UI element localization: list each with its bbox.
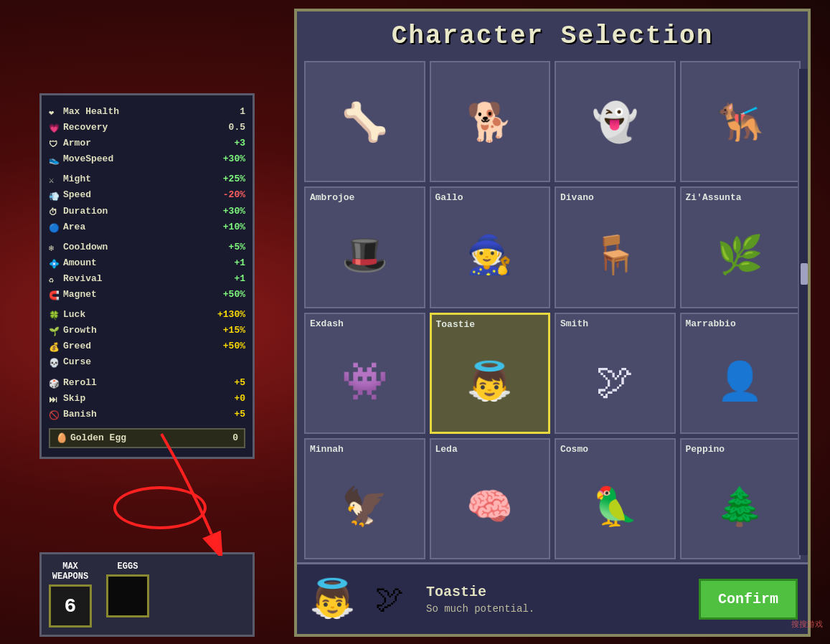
magnet-icon: 🧲 <box>49 289 60 300</box>
char-sprite-cosmo: 🦜 <box>559 458 671 558</box>
char-sprite-leda: 🧠 <box>434 458 547 558</box>
char-card-cosmo[interactable]: Cosmo 🦜 <box>555 438 676 559</box>
growth-icon: 🌱 <box>49 325 60 336</box>
golden-egg-value: 0 <box>232 432 238 443</box>
char-name-ziassunta: Zi'Assunta <box>684 191 743 206</box>
char-card-minnah[interactable]: Minnah 🦅 <box>304 438 425 559</box>
info-sprite-secondary: 🕊 <box>364 574 415 625</box>
char-name-gallo: Gallo <box>434 191 465 206</box>
armor-icon: 🛡 <box>49 138 60 149</box>
stat-revival: ♻Revival +1 <box>49 271 245 287</box>
reroll-icon: 🎲 <box>49 377 60 389</box>
stat-skip: ⏭Skip +0 <box>49 391 245 407</box>
char-card-peppino[interactable]: Peppino 🌲 <box>680 438 801 559</box>
recovery-icon: 💗 <box>49 122 60 133</box>
info-char-description: So much potential. <box>426 603 687 615</box>
char-card-r0-1[interactable]: 🐕 <box>430 61 551 182</box>
eggs-label: EGGS <box>118 562 138 572</box>
char-sprite-smith: 🕊 <box>559 332 671 432</box>
health-icon: ❤ <box>49 106 60 118</box>
stat-duration: ⏱Duration +30% <box>49 204 245 219</box>
char-card-smith[interactable]: Smith 🕊 <box>555 313 676 434</box>
banish-icon: 🚫 <box>49 409 60 420</box>
char-name-divano: Divano <box>559 191 595 206</box>
char-card-exdash[interactable]: Exdash 👾 <box>304 313 425 434</box>
character-grid: 🦴 🐕 👻 🐕‍🦺 Ambrojoe 🎩 Gallo <box>297 58 808 562</box>
char-sprite-gallo: 🧙 <box>434 206 547 306</box>
stats-panel: ❤Max Health 1 💗Recovery 0.5 🛡Armor +3 👟M… <box>39 93 255 459</box>
scrollbar[interactable] <box>798 69 808 555</box>
char-card-marrabbio[interactable]: Marrabbio 👤 <box>680 313 801 434</box>
char-card-r0-0[interactable]: 🦴 <box>304 61 425 182</box>
stat-area: 🔵Area +10% <box>49 219 245 235</box>
stat-armor: 🛡Armor +3 <box>49 136 245 151</box>
char-card-ziassunta[interactable]: Zi'Assunta 🌿 <box>680 186 801 308</box>
char-sprite-ambrojoe: 🎩 <box>308 206 421 306</box>
char-card-r0-3[interactable]: 🐕‍🦺 <box>680 61 801 182</box>
stat-amount: 💠Amount +1 <box>49 255 245 271</box>
char-name-ambrojoe: Ambrojoe <box>308 191 356 206</box>
stat-growth: 🌱Growth +15% <box>49 323 245 338</box>
info-char-name: Toastie <box>426 584 687 600</box>
info-sprite-main: 👼 <box>307 574 357 625</box>
stat-recovery: 💗Recovery 0.5 <box>49 120 245 136</box>
char-card-ambrojoe[interactable]: Ambrojoe 🎩 <box>304 186 425 308</box>
max-weapons-label: MAXWEAPONS <box>52 562 88 582</box>
stat-cooldown: ❄Cooldown +5% <box>49 240 245 255</box>
curse-icon: 💀 <box>49 356 60 368</box>
info-bar: 👼 🕊 Toastie So much potential. Confirm <box>297 562 808 634</box>
char-sprite-r0-1: 🐕 <box>434 65 547 181</box>
char-name-toastie: Toastie <box>435 318 477 333</box>
stat-max-health: ❤Max Health 1 <box>49 104 245 120</box>
max-weapons-box: 6 <box>49 584 92 628</box>
info-sprites: 👼 🕊 <box>307 574 415 625</box>
area-icon: 🔵 <box>49 222 60 233</box>
duration-icon: ⏱ <box>49 206 60 217</box>
skip-icon: ⏭ <box>49 393 60 404</box>
stat-magnet: 🧲Magnet +50% <box>49 287 245 303</box>
speed-icon: 💨 <box>49 190 60 202</box>
char-sprite-r0-2: 👻 <box>559 65 671 181</box>
luck-icon: 🍀 <box>49 309 60 321</box>
char-name-smith: Smith <box>559 317 590 332</box>
stat-reroll: 🎲Reroll +5 <box>49 375 245 391</box>
char-card-r0-2[interactable]: 👻 <box>555 61 676 182</box>
revival-icon: ♻ <box>49 273 60 285</box>
greed-icon: 💰 <box>49 341 60 352</box>
info-text-area: Toastie So much potential. <box>426 584 687 615</box>
golden-egg-row: 🥚 Golden Egg 0 <box>49 428 245 448</box>
char-card-toastie[interactable]: Toastie 👼 <box>430 313 551 434</box>
stat-greed: 💰Greed +50% <box>49 338 245 354</box>
stat-curse: 💀Curse <box>49 354 245 370</box>
char-card-gallo[interactable]: Gallo 🧙 <box>430 186 551 308</box>
char-sprite-r0-0: 🦴 <box>308 65 421 181</box>
confirm-button[interactable]: Confirm <box>699 579 798 620</box>
movespeed-icon: 👟 <box>49 153 60 165</box>
char-name-peppino: Peppino <box>684 442 727 458</box>
amount-icon: 💠 <box>49 257 60 269</box>
char-name-minnah: Minnah <box>308 442 345 458</box>
panel-title: Character Selection <box>297 11 808 58</box>
stat-might: ⚔Might +25% <box>49 171 245 187</box>
scroll-thumb[interactable] <box>801 263 808 285</box>
character-selection-panel: Character Selection 🦴 🐕 👻 🐕‍🦺 Ambrojoe <box>294 9 811 637</box>
stat-movespeed: 👟MoveSpeed +30% <box>49 151 245 167</box>
char-name-marrabbio: Marrabbio <box>684 317 737 332</box>
char-sprite-marrabbio: 👤 <box>684 332 797 432</box>
char-name-exdash: Exdash <box>308 317 345 332</box>
stat-luck: 🍀Luck +130% <box>49 307 245 323</box>
char-card-divano[interactable]: Divano 🪑 <box>555 186 676 308</box>
char-name-cosmo: Cosmo <box>559 442 590 458</box>
char-card-leda[interactable]: Leda 🧠 <box>430 438 551 559</box>
stat-banish: 🚫Banish +5 <box>49 407 245 422</box>
char-name-leda: Leda <box>434 442 459 458</box>
eggs-box <box>106 574 149 617</box>
eggs-section: EGGS <box>106 562 149 628</box>
char-sprite-peppino: 🌲 <box>684 458 797 558</box>
stat-speed: 💨Speed -20% <box>49 187 245 203</box>
char-sprite-ziassunta: 🌿 <box>684 206 797 306</box>
char-sprite-toastie: 👼 <box>435 333 546 432</box>
bottom-panel: MAXWEAPONS 6 EGGS <box>39 552 255 637</box>
watermark: 搜搜游戏 <box>791 619 823 630</box>
cooldown-icon: ❄ <box>49 242 60 253</box>
